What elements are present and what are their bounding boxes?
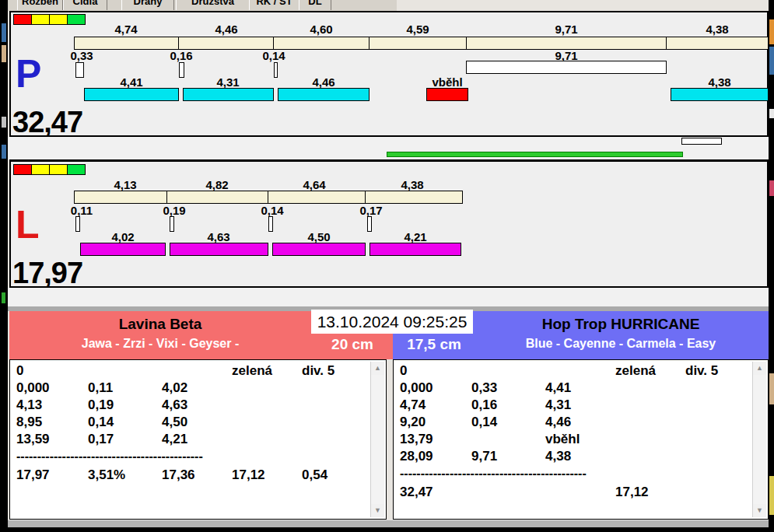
table-cell: 4,63 [162, 397, 187, 413]
edge-speck [769, 476, 774, 515]
light-red-icon [13, 164, 32, 175]
edge-speck [769, 373, 774, 404]
team-left-name: Lavina Beta [9, 316, 311, 333]
split-bar [466, 37, 667, 50]
bottom-band [8, 520, 769, 527]
lane-p-letter: P [16, 54, 41, 93]
table-cell: 9,71 [471, 449, 497, 464]
table-cell: 4,41 [545, 380, 571, 396]
scroll-up-icon[interactable]: ▲ [753, 362, 766, 375]
table-cell: div. 5 [302, 363, 334, 379]
lane-p-panel: 4,74 4,46 4,60 4,59 9,71 4,38 0,33 0,16 … [9, 11, 769, 137]
scrollbar-right-table[interactable]: ▲ ▼ [752, 362, 766, 517]
scroll-down-icon[interactable]: ▼ [371, 504, 384, 517]
dog-time-label: 4,31 [216, 75, 239, 89]
bottom-edge [0, 527, 774, 532]
result-table-left[interactable]: 0 zelená div. 5 0,000 0,11 4,02 4,13 0,1… [9, 359, 387, 520]
reaction-bar [268, 216, 273, 232]
edge-speck [769, 47, 774, 75]
reaction-label: 0,16 [170, 49, 192, 62]
table-separator: ----------------------------------------… [400, 466, 587, 481]
table-cell: 0 [16, 363, 23, 379]
progress-bar-green [387, 152, 683, 157]
tab-rk-st[interactable]: RK / ST [249, 0, 299, 10]
scroll-down-icon[interactable]: ▼ [753, 504, 766, 517]
dog-time-label: 4,46 [312, 75, 334, 89]
reaction-label: 0,14 [261, 204, 283, 217]
datetime-display: 13.10.2024 09:25:25 [311, 310, 473, 334]
dog-time-label: 4,63 [207, 230, 229, 243]
dog-bar [369, 243, 461, 256]
table-cell: 13,59 [16, 432, 50, 447]
reaction-bar [75, 216, 80, 232]
tab-cidla[interactable]: Čidla [63, 0, 107, 10]
dog-time-label: 4,02 [111, 230, 134, 243]
light-yellow-icon [49, 164, 68, 175]
reaction-label: 0,14 [262, 49, 285, 62]
reaction-bar [170, 216, 174, 232]
lower-strip [8, 288, 769, 308]
table-cell: 4,46 [545, 415, 571, 430]
reaction-label: 0,17 [359, 204, 382, 217]
table-cell: zelená [615, 363, 656, 379]
scroll-up-icon[interactable]: ▲ [371, 362, 384, 375]
dog-bar [272, 243, 366, 256]
result-table-right[interactable]: 0 zelená div. 5 0,000 0,33 4,41 4,74 0,1… [393, 359, 769, 520]
table-cell: 17,12 [232, 467, 265, 483]
table-cell: 9,20 [400, 415, 426, 430]
edge-speck [769, 19, 774, 44]
table-cell: 0,14 [88, 415, 114, 430]
table-cell: 0,000 [16, 380, 50, 396]
table-cell: 0,14 [471, 415, 497, 430]
tab-dl[interactable]: DL [299, 0, 331, 10]
table-cell: 4,13 [16, 397, 42, 413]
split-label: 4,38 [706, 23, 728, 36]
table-cell: 3,51% [88, 467, 125, 483]
reaction-bar-long [466, 61, 667, 74]
lane-p-total: 32,47 [12, 107, 82, 137]
table-cell: 32,47 [400, 485, 433, 500]
light-yellow-icon [31, 164, 50, 175]
table-cell: 4,74 [400, 397, 426, 413]
edge-speck [2, 145, 6, 159]
tab-druzstva[interactable]: Družstva [176, 0, 250, 10]
edge-speck [2, 45, 6, 62]
left-edge-strip [0, 0, 8, 532]
table-cell: 4,02 [162, 380, 187, 396]
team-left-dogs: Jawa - Zrzi - Vixi - Geyser - [9, 337, 311, 351]
tab-rozbeh[interactable]: Rozběh [17, 0, 63, 10]
reaction-bar [367, 216, 372, 232]
dog-bar [84, 88, 179, 101]
edge-speck [769, 109, 774, 118]
dog-bar [278, 88, 369, 101]
dog-bar [183, 88, 274, 101]
dog-fault-label: vběhl [432, 75, 462, 89]
table-cell: div. 5 [685, 363, 718, 379]
split-label: 4,64 [303, 178, 325, 191]
table-cell: 0,17 [88, 432, 114, 447]
table-cell: 0 [400, 363, 407, 379]
team-right-name: Hop Trop HURRICANE [473, 316, 769, 333]
team-left-jump-height: 20 cm [317, 336, 387, 353]
table-cell: zelená [232, 363, 272, 379]
tab-drahy[interactable]: Dráhy [121, 0, 174, 10]
marker-bar [681, 138, 722, 145]
reaction-label: 0,33 [70, 49, 93, 62]
edge-speck [2, 292, 5, 303]
dog-bar [170, 243, 268, 256]
light-yellow-icon [49, 14, 68, 25]
lane-l-total: 17,97 [12, 258, 82, 288]
table-cell: 0,19 [88, 397, 114, 413]
reaction-bar [179, 62, 184, 78]
table-cell: 0,33 [471, 380, 497, 396]
split-label: 4,38 [401, 178, 423, 191]
split-label: 4,13 [114, 178, 136, 191]
reaction-bar [75, 62, 84, 78]
edge-speck [2, 23, 6, 42]
table-cell: 0,16 [471, 397, 497, 413]
split-bar [273, 37, 369, 50]
lane-l-panel: 4,13 4,82 4,64 4,38 0,11 0,19 0,14 0,17 … [9, 159, 769, 288]
split-bar [74, 191, 167, 204]
scrollbar-left-table[interactable]: ▲ ▼ [370, 362, 384, 517]
split-label: 4,60 [310, 23, 332, 36]
